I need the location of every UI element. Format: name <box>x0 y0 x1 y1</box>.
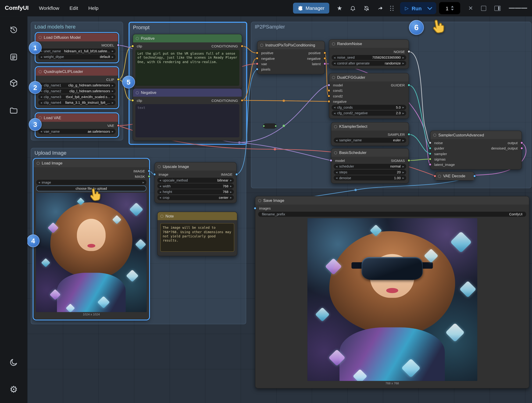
collapse-dot[interactable] <box>37 162 40 165</box>
theme-moon-icon[interactable] <box>9 358 18 367</box>
widget-scheduler[interactable]: ◀schedulernormal▶ <box>334 164 406 169</box>
node-header[interactable]: Upscale Image <box>155 163 236 171</box>
output-port-image[interactable] <box>148 170 151 172</box>
input-port-clip[interactable] <box>131 45 134 48</box>
node-header[interactable]: Load VAE <box>36 113 118 122</box>
panel-icon[interactable] <box>494 6 500 11</box>
widget-height[interactable]: ◀height768▶ <box>157 189 234 194</box>
bell-icon[interactable] <box>350 5 356 11</box>
manager-button[interactable]: Manager <box>293 3 329 13</box>
input-port-cond2[interactable] <box>328 94 330 97</box>
widget-noise-seed[interactable]: ◀noise_seed705826023365990▶ <box>331 55 406 60</box>
widget-steps[interactable]: ◀steps20▶ <box>334 170 406 175</box>
reroute-out-port[interactable] <box>274 125 277 127</box>
chevron-down-icon[interactable] <box>427 5 432 10</box>
output-port-negative[interactable] <box>323 57 326 60</box>
output-port-clip[interactable] <box>117 78 120 81</box>
output-port-conditioning[interactable] <box>241 45 243 48</box>
node-header[interactable]: VAE Decode <box>435 172 474 180</box>
output-port-output[interactable] <box>520 141 523 144</box>
node-header[interactable]: Save Image <box>255 196 529 205</box>
collapse-dot[interactable] <box>38 70 42 73</box>
maximize-icon[interactable] <box>481 6 486 11</box>
output-port-conditioning[interactable] <box>241 99 243 102</box>
widget-clip-name4[interactable]: ◀clip_name4llama_3.1_8b_instruct_fp8_...… <box>38 100 116 105</box>
collapse-dot[interactable] <box>433 133 436 136</box>
widget-cfg-cond2-negative[interactable]: ◀cfg_cond2_negative2.0▶ <box>331 111 406 116</box>
node-header[interactable]: KSamplerSelect <box>331 122 409 131</box>
node-header[interactable]: Note <box>158 212 237 220</box>
queue-stepper[interactable] <box>451 6 454 11</box>
queue-count[interactable]: 1 <box>439 2 460 14</box>
node-header[interactable]: SamplerCustomAdvanced <box>430 131 521 139</box>
node-canvas[interactable]: Load models herePromptUpload ImageIP2PSa… <box>27 16 532 403</box>
output-port-guider[interactable] <box>407 84 410 87</box>
collapse-dot[interactable] <box>136 37 139 40</box>
node-load-diffusion-model[interactable]: Load Diffusion ModelMODEL◀unet_namehidre… <box>36 33 118 62</box>
widget-image[interactable]: ◀image▶ <box>36 180 146 185</box>
widget-weight-dtype[interactable]: ◀weight_dtypedefault▶ <box>38 54 116 59</box>
node-note[interactable]: NoteThe image will be scaled to 768*768.… <box>157 212 237 256</box>
node-load-vae[interactable]: Load VAEVAE◀vae_nameae.safetensors▶ <box>36 113 118 137</box>
output-port-vae[interactable] <box>117 124 120 127</box>
node-upscale-image[interactable]: Upscale ImageimageIMAGE◀upscale_methodbi… <box>154 162 236 203</box>
collapse-dot[interactable] <box>160 214 163 218</box>
output-port-sigmas[interactable] <box>407 159 410 162</box>
node-dualcfgguider[interactable]: DualCFGGuidermodelGUIDERcond1cond2negati… <box>329 73 409 119</box>
input-port-guider[interactable] <box>429 147 431 150</box>
output-port-model[interactable] <box>117 44 120 46</box>
node-header[interactable]: InstructPixToPixConditioning <box>258 41 324 49</box>
input-port-image[interactable] <box>153 173 156 176</box>
node-ksamplerselect[interactable]: KSamplerSelectSAMPLER◀sampler_nameeuler▶ <box>331 122 409 146</box>
collapse-dot[interactable] <box>438 175 441 177</box>
input-port-negative[interactable] <box>328 100 330 103</box>
output-port-mask[interactable] <box>148 175 151 178</box>
collapse-dot[interactable] <box>258 199 261 202</box>
output-port-latent[interactable] <box>323 62 326 65</box>
widget-cfg-conds[interactable]: ◀cfg_conds5.0▶ <box>331 105 406 110</box>
output-port-sampler[interactable] <box>407 133 410 136</box>
input-port-model[interactable] <box>328 84 330 87</box>
collapse-dot[interactable] <box>136 91 139 94</box>
node-samplercustomadvanced[interactable]: SamplerCustomAdvancednoiseoutputguiderde… <box>430 131 522 170</box>
collapse-dot[interactable] <box>332 76 335 79</box>
menu-help[interactable]: Help <box>88 5 99 11</box>
share-icon[interactable] <box>377 5 383 11</box>
node-header[interactable]: Negative <box>133 88 241 97</box>
collapse-dot[interactable] <box>334 125 337 128</box>
folder-icon[interactable] <box>9 106 18 115</box>
image-preview[interactable] <box>307 218 477 381</box>
widget-clip-name1[interactable]: ◀clip_name1clip_g_hidream.safetensors▶ <box>38 83 116 88</box>
app-logo[interactable]: ComfyUI <box>5 5 29 12</box>
node-header[interactable]: Load Diffusion Model <box>36 33 118 41</box>
collapse-dot[interactable] <box>38 36 42 39</box>
input-port-latent-image[interactable] <box>429 163 431 166</box>
collapse-dot[interactable] <box>158 165 161 168</box>
node-header[interactable]: Positive <box>133 34 241 43</box>
node-negative[interactable]: NegativeclipCONDITIONINGtext <box>133 88 242 141</box>
output-port-image[interactable] <box>235 173 238 176</box>
collapse-dot[interactable] <box>332 42 335 45</box>
node-randomnoise[interactable]: RandomNoiseNOISE◀noise_seed7058260233659… <box>329 39 409 69</box>
collapse-dot[interactable] <box>38 116 42 119</box>
image-preview[interactable] <box>36 193 147 312</box>
node-header[interactable]: BasicScheduler <box>331 149 409 157</box>
input-port-pixels[interactable] <box>256 68 259 70</box>
output-port[interactable] <box>473 175 476 177</box>
widget-denoise[interactable]: ◀denoise1.00▶ <box>334 176 406 181</box>
node-header[interactable]: RandomNoise <box>329 40 409 48</box>
output-port-denoised-output[interactable] <box>520 147 523 150</box>
run-button[interactable]: ▷ Run <box>400 2 436 14</box>
star-icon[interactable]: ★ <box>337 5 342 11</box>
widget-crop[interactable]: ◀cropcenter▶ <box>157 195 234 200</box>
input-port-noise[interactable] <box>429 141 431 144</box>
node-save-image[interactable]: Save Imageimagesfilename_prefixComfyUI76… <box>255 196 529 388</box>
widget-unet-name[interactable]: ◀unet_namehidream_e1_full_bf16.safete...… <box>38 49 116 54</box>
drag-handle-icon[interactable] <box>390 6 394 11</box>
widget-clip-name2[interactable]: ◀clip_name2clip_l_hidream.safetensors▶ <box>38 88 116 94</box>
input-port-sampler[interactable] <box>429 152 431 155</box>
close-icon[interactable]: × <box>469 5 473 12</box>
widget-sampler-name[interactable]: ◀sampler_nameeuler▶ <box>334 138 406 143</box>
collapse-dot[interactable] <box>260 44 263 47</box>
prompt-textarea[interactable]: text <box>135 104 240 137</box>
